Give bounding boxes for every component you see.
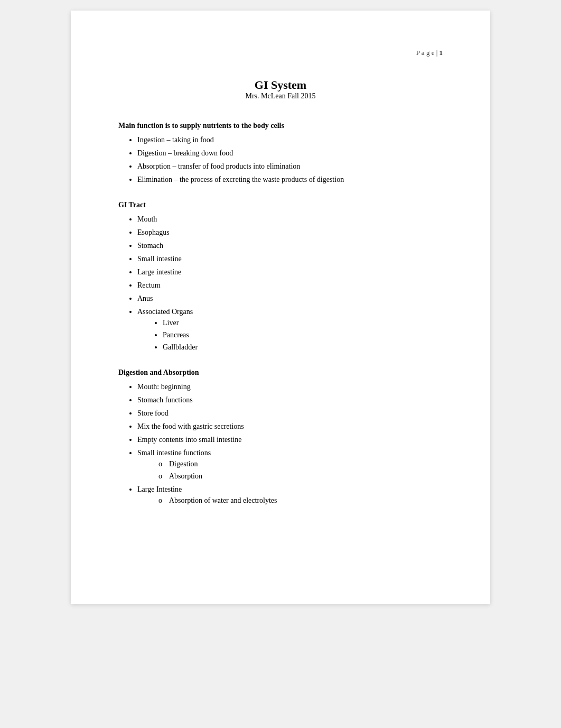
list-item: Absorption bbox=[158, 471, 443, 482]
list-item: Esophagus bbox=[137, 227, 443, 238]
small-intestine-functions-list: Digestion Absorption bbox=[137, 458, 443, 482]
list-item: Digestion – breaking down food bbox=[137, 148, 443, 159]
list-item: Large Intestine Absorption of water and … bbox=[137, 484, 443, 506]
gi-tract-list: Mouth Esophagus Stomach Small intestine … bbox=[118, 214, 443, 353]
section-heading-main-function: Main function is to supply nutrients to … bbox=[118, 122, 443, 130]
list-item: Digestion bbox=[158, 458, 443, 469]
list-item: Liver bbox=[163, 317, 443, 328]
section-gi-tract: GI Tract Mouth Esophagus Stomach Small i… bbox=[118, 201, 443, 353]
list-item: Pancreas bbox=[163, 329, 443, 340]
list-item: Mix the food with gastric secretions bbox=[137, 421, 443, 432]
page-number: P a g e | 1 bbox=[416, 49, 443, 57]
list-item: Associated Organs Liver Pancreas Gallbla… bbox=[137, 306, 443, 353]
list-item: Mouth bbox=[137, 214, 443, 225]
title-section: GI System Mrs. McLean Fall 2015 bbox=[118, 78, 443, 100]
list-item: Store food bbox=[137, 408, 443, 419]
large-intestine-list: Absorption of water and electrolytes bbox=[137, 495, 443, 506]
list-item: Elimination – the process of excreting t… bbox=[137, 174, 443, 185]
main-function-list: Ingestion – taking in food Digestion – b… bbox=[118, 134, 443, 185]
list-item: Rectum bbox=[137, 280, 443, 291]
list-item: Gallbladder bbox=[163, 342, 443, 353]
list-item: Anus bbox=[137, 293, 443, 304]
list-item: Small intestine functions Digestion Abso… bbox=[137, 447, 443, 482]
list-item: Mouth: beginning bbox=[137, 381, 443, 392]
list-item: Empty contents into small intestine bbox=[137, 434, 443, 445]
section-heading-digestion-absorption: Digestion and Absorption bbox=[118, 368, 443, 377]
associated-organs-list: Liver Pancreas Gallbladder bbox=[137, 317, 443, 353]
list-item: Ingestion – taking in food bbox=[137, 134, 443, 145]
document-title: GI System bbox=[118, 78, 443, 92]
section-digestion-absorption: Digestion and Absorption Mouth: beginnin… bbox=[118, 368, 443, 506]
page-header: P a g e | 1 bbox=[118, 49, 443, 57]
section-heading-gi-tract: GI Tract bbox=[118, 201, 443, 209]
document-subtitle: Mrs. McLean Fall 2015 bbox=[118, 92, 443, 100]
document-page: P a g e | 1 GI System Mrs. McLean Fall 2… bbox=[71, 11, 490, 604]
list-item: Large intestine bbox=[137, 266, 443, 278]
list-item: Absorption – transfer of food products i… bbox=[137, 161, 443, 172]
section-main-function: Main function is to supply nutrients to … bbox=[118, 122, 443, 185]
list-item: Absorption of water and electrolytes bbox=[158, 495, 443, 506]
list-item: Stomach bbox=[137, 240, 443, 251]
digestion-absorption-list: Mouth: beginning Stomach functions Store… bbox=[118, 381, 443, 506]
list-item: Stomach functions bbox=[137, 394, 443, 406]
list-item: Small intestine bbox=[137, 253, 443, 264]
